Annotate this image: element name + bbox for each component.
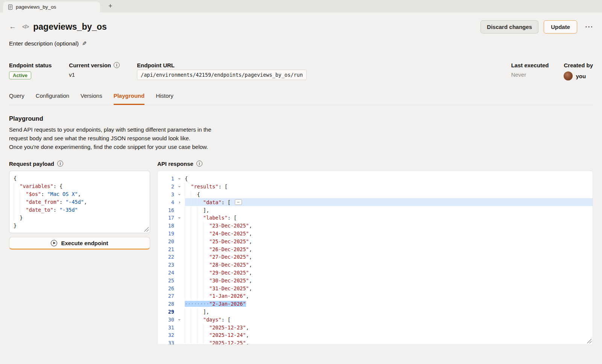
resize-handle[interactable]	[144, 227, 149, 232]
file-tab-title: pageviews_by_os	[16, 4, 56, 10]
line-number: 16	[158, 207, 174, 213]
discard-changes-button[interactable]: Discard changes	[480, 20, 538, 33]
response-line: 25"30-Dec-2025",	[158, 276, 593, 284]
indent-guide	[191, 323, 197, 331]
code-token: ,	[78, 191, 81, 197]
line-number: 1	[158, 176, 174, 182]
collapsed-ellipsis-badge[interactable]: ⋯	[235, 199, 242, 205]
indent-guide	[197, 198, 203, 206]
code-token: "data"	[203, 199, 222, 205]
code-token: "31-Dec-2025"	[209, 285, 249, 291]
response-line: 18"23-Dec-2025",	[158, 222, 593, 230]
indent-guide	[191, 214, 197, 222]
indent-guide	[185, 253, 191, 261]
indent-guide	[191, 284, 197, 292]
execute-endpoint-button[interactable]: ▶ Execute endpoint	[9, 237, 150, 250]
info-icon[interactable]: i	[57, 161, 63, 167]
code-token: ,	[249, 246, 252, 252]
line-number: 28	[158, 301, 174, 307]
line-number: 31	[158, 325, 174, 331]
file-tab-pageviews-by-os[interactable]: pageviews_by_os	[3, 2, 100, 12]
response-line: 19"24-Dec-2025",	[158, 230, 593, 238]
request-pane: Request payload i {"variables": {"$os": …	[9, 159, 150, 250]
tab-playground[interactable]: Playground	[114, 93, 145, 105]
code-token: }	[20, 215, 23, 221]
playground-panes: Request payload i {"variables": {"$os": …	[9, 159, 593, 345]
indent-guide	[197, 261, 203, 269]
response-line: 1›{	[158, 175, 593, 183]
indent-guide	[185, 261, 191, 269]
code-token: "2025-12-24"	[209, 332, 246, 338]
indent-guide	[185, 214, 191, 222]
status-badge: Active	[9, 71, 31, 79]
page-title: pageviews_by_os	[33, 22, 107, 32]
tab-configuration[interactable]: Configuration	[36, 93, 69, 105]
indent-guide	[197, 284, 203, 292]
info-icon[interactable]: i	[196, 161, 202, 167]
indent-guide	[185, 276, 191, 284]
update-button[interactable]: Update	[544, 20, 577, 33]
line-content: {	[185, 175, 593, 183]
indent-guide	[191, 261, 197, 269]
request-payload-label: Request payload	[9, 161, 54, 167]
more-options-button[interactable]: ⋯	[585, 22, 593, 32]
indent-guide	[185, 292, 191, 300]
indent-guide	[197, 315, 203, 323]
indent-guide	[185, 230, 191, 238]
expand-chevron-icon[interactable]: ›	[174, 200, 185, 205]
edit-pencil-icon[interactable]: ✎	[82, 40, 87, 47]
info-icon[interactable]: i	[114, 62, 120, 68]
back-arrow-icon[interactable]: ←	[9, 23, 16, 31]
indent-guide	[191, 206, 197, 214]
avatar	[564, 71, 573, 80]
endpoint-url-value[interactable]: /api/environments/42159/endpoints/pagevi…	[137, 70, 307, 80]
code-token: ,	[249, 223, 252, 229]
indent-guide	[197, 269, 203, 277]
indent-guide	[185, 183, 191, 191]
code-token: "Mac OS X"	[47, 191, 78, 197]
tab-versions[interactable]: Versions	[81, 93, 102, 105]
playground-description: Send API requests to your endpoints, pla…	[9, 125, 593, 151]
api-response-viewer[interactable]: 1›{2›"results": [3›{4›"data": [ ⋯16],17›…	[157, 171, 593, 345]
indent-guide	[203, 284, 209, 292]
code-token: "2025-12-25"	[209, 340, 246, 345]
new-tab-button[interactable]: +	[108, 3, 112, 12]
code-token: {	[14, 175, 17, 181]
indent-guide	[14, 214, 20, 221]
resize-handle[interactable]	[587, 339, 591, 343]
tab-query[interactable]: Query	[9, 93, 24, 105]
code-token: "30-Dec-2025"	[209, 278, 249, 284]
response-line: 32"2025-12-24",	[158, 331, 593, 339]
code-token: "date_from"	[26, 199, 59, 205]
response-pane: API response i 1›{2›"results": [3›{4›"da…	[157, 159, 593, 345]
indent-guide	[197, 230, 203, 238]
tab-history[interactable]: History	[156, 93, 173, 105]
description-placeholder[interactable]: Enter description (optional)	[9, 40, 79, 47]
line-number: 23	[158, 262, 174, 268]
playground-heading: Playground	[9, 115, 593, 122]
indent-guide	[197, 276, 203, 284]
line-content: "27-Dec-2025",	[185, 253, 593, 261]
code-token: ,	[246, 332, 249, 338]
indent-guide	[191, 222, 197, 230]
api-response-label: API response	[157, 161, 193, 167]
collapse-chevron-icon[interactable]: ›	[177, 212, 182, 223]
document-icon	[8, 5, 12, 10]
payload-line: }	[14, 221, 146, 229]
response-line: 20"25-Dec-2025",	[158, 237, 593, 245]
indent-guide	[191, 315, 197, 323]
code-token: "27-Dec-2025"	[209, 254, 249, 260]
collapse-chevron-icon[interactable]: ›	[177, 314, 182, 325]
collapse-chevron-icon[interactable]: ›	[177, 189, 182, 200]
line-number: 3	[158, 191, 174, 197]
response-line: 31"2025-12-23",	[158, 323, 593, 331]
indent-guide	[203, 339, 209, 345]
endpoint-url-label: Endpoint URL	[137, 61, 307, 69]
indent-guide	[185, 198, 191, 206]
line-content: ],	[185, 206, 593, 214]
request-payload-editor[interactable]: {"variables": {"$os": "Mac OS X","date_f…	[9, 171, 150, 233]
response-line: 23"28-Dec-2025",	[158, 261, 593, 269]
current-version-label: Current version	[69, 62, 111, 68]
indent-guide	[197, 339, 203, 345]
payload-line: }	[14, 214, 146, 221]
